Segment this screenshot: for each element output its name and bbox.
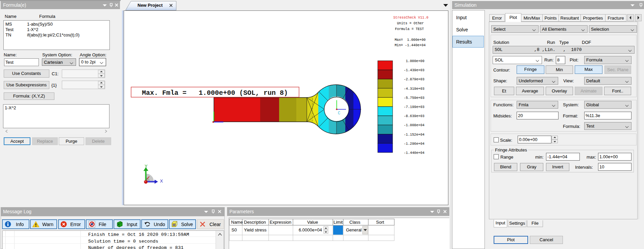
svg-text:C: C	[338, 111, 340, 116]
svg-text:-7.199e+03: -7.199e+03	[404, 105, 424, 109]
svg-text:Description: Description	[244, 220, 266, 225]
svg-text:6.0000e+04: 6.0000e+04	[299, 227, 322, 232]
svg-text:1.000e+00: 1.000e+00	[406, 59, 424, 63]
svg-text:-1.296e+04: -1.296e+04	[404, 142, 424, 146]
svg-text:-1.439e+03: -1.439e+03	[404, 68, 424, 72]
svg-text:-8.639e+03: -8.639e+03	[404, 114, 424, 118]
svg-text:-1.008e+04: -1.008e+04	[404, 123, 424, 127]
svg-text:Units = Other: Units = Other	[397, 22, 424, 25]
svg-text:Class: Class	[349, 220, 361, 225]
svg-text:-1.152e+04: -1.152e+04	[404, 133, 424, 137]
svg-text:Name: Name	[231, 220, 243, 225]
svg-text:X: X	[160, 178, 163, 184]
svg-text:-1.440e+04: -1.440e+04	[404, 151, 424, 155]
svg-text:Yield stress: Yield stress	[244, 227, 267, 232]
svg-text:Max= 1.000e+00: Max= 1.000e+00	[395, 38, 426, 42]
svg-text:Y: Y	[145, 164, 148, 169]
svg-text:-4.319e+03: -4.319e+03	[404, 87, 424, 91]
svg-text:StressCheck V11.0: StressCheck V11.0	[393, 16, 428, 20]
svg-text:Sort: Sort	[376, 220, 384, 225]
svg-text:Expression: Expression	[270, 220, 291, 225]
svg-text:-5.759e+03: -5.759e+03	[404, 96, 424, 100]
svg-text:S0: S0	[231, 227, 237, 232]
svg-text:Limit: Limit	[333, 220, 343, 225]
svg-text:Max. Fmla = 1.000e+00 (SOL,: Max. Fmla = 1.000e+00 (SOL, run 8)	[142, 89, 288, 97]
svg-text:Value: Value	[307, 220, 318, 225]
svg-text:General: General	[346, 227, 362, 232]
svg-text:Formula = TEST: Formula = TEST	[395, 27, 424, 31]
svg-text:-2.879e+03: -2.879e+03	[404, 78, 424, 81]
svg-text:Min= -1.440e+04: Min= -1.440e+04	[395, 44, 426, 47]
